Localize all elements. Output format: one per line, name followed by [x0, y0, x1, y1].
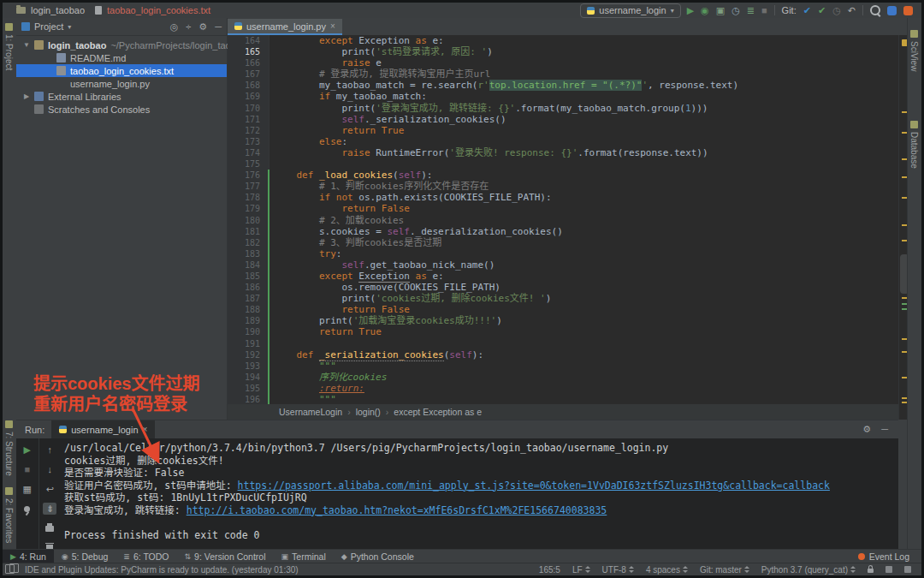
- run-button[interactable]: ▶: [687, 5, 694, 15]
- code-line-175[interactable]: 175: [228, 158, 898, 170]
- tree-chevron-icon[interactable]: ▶: [23, 92, 30, 100]
- screen-reader-icon[interactable]: [886, 566, 892, 573]
- toolwindow-button-9-version-control[interactable]: ⇅9: Version Control: [177, 550, 274, 563]
- code-line-177[interactable]: 177 # 1、判断cookies序列化文件是否存在: [228, 181, 898, 192]
- down-stack-trace-icon[interactable]: ↓: [43, 463, 56, 475]
- code-line-169[interactable]: 169 if my_taobao_match:: [228, 91, 898, 102]
- status-widget[interactable]: Git: master: [700, 565, 749, 575]
- code-line-187[interactable]: 187 print('cookies过期, 删除cookies文件! '): [228, 293, 898, 304]
- editor-tab[interactable]: username_login.py ×: [228, 19, 342, 35]
- code-line-173[interactable]: 173 else:: [228, 136, 898, 147]
- code-line-164[interactable]: 164 except Exception as e:: [228, 35, 898, 46]
- breadcrumb-item[interactable]: login(): [356, 407, 381, 417]
- breadcrumb-item[interactable]: UsernameLogin: [279, 407, 342, 417]
- event-log-button[interactable]: Event Log: [858, 551, 921, 562]
- rerun-button[interactable]: ▶: [21, 444, 34, 456]
- breadcrumb-project[interactable]: login_taobao: [31, 5, 85, 15]
- close-icon[interactable]: ×: [330, 21, 335, 31]
- gear-icon[interactable]: ⚙: [862, 424, 871, 435]
- code-line-182[interactable]: 182 # 3、判断cookies是否过期: [228, 237, 898, 248]
- run-console-output[interactable]: /usr/local/Cellar/python/3.7.4/bin/pytho…: [64, 442, 895, 552]
- code-line-178[interactable]: 178 if not os.path.exists(COOKIES_FILE_P…: [228, 192, 898, 203]
- code-line-167[interactable]: 167 # 登录成功, 提取跳转淘宝用户主页url: [228, 69, 898, 80]
- scroll-to-end-icon[interactable]: ⇟: [43, 503, 56, 515]
- plugin-icon-orange[interactable]: [903, 6, 913, 15]
- toolwindow-button-4-run[interactable]: ▶4: Run: [3, 550, 54, 563]
- gear-icon[interactable]: ⚙: [198, 21, 207, 33]
- toolwindow-toggle-icon[interactable]: [5, 564, 15, 574]
- breadcrumb-file[interactable]: taobao_login_cookies.txt: [107, 5, 210, 15]
- locate-icon[interactable]: ◎: [170, 21, 179, 33]
- tree-item-scratches-and-consoles[interactable]: Scratches and Consoles: [16, 103, 227, 116]
- code-line-168[interactable]: 168 my_taobao_match = re.search(r'top.lo…: [228, 80, 898, 91]
- code-line-183[interactable]: 183 try:: [228, 248, 898, 259]
- code-line-192[interactable]: 192 def _serialization_cookies(self):: [228, 349, 898, 361]
- code-line-179[interactable]: 179 return False: [228, 203, 898, 214]
- tool-button-database[interactable]: Database: [909, 121, 919, 169]
- hide-panel-icon[interactable]: ─: [881, 424, 888, 435]
- code-line-184[interactable]: 184 self.get_taobao_nick_name(): [228, 259, 898, 271]
- code-line-196[interactable]: 196 """: [228, 394, 898, 404]
- tool-button-sciview[interactable]: SciView: [909, 30, 919, 71]
- tree-item-taobao-login-cookies-txt[interactable]: taobao_login_cookies.txt: [16, 64, 227, 77]
- code-lines[interactable]: 164 except Exception as e:165 print('st码…: [228, 35, 898, 404]
- search-icon[interactable]: [870, 5, 880, 15]
- code-line-166[interactable]: 166 raise e: [228, 57, 898, 69]
- toolwindow-button-python-console[interactable]: ◆Python Console: [334, 550, 422, 563]
- tree-item-username-login-py[interactable]: username_login.py: [16, 77, 227, 90]
- debug-button[interactable]: ◉: [701, 5, 709, 15]
- profiler-button[interactable]: ◷: [732, 5, 740, 15]
- concurrency-button[interactable]: ≣: [747, 5, 755, 15]
- toolwindow-button-6-todo[interactable]: ≣6: TODO: [116, 550, 176, 563]
- collapse-all-icon[interactable]: ÷: [186, 21, 191, 33]
- tree-item-readme-md[interactable]: README.md: [16, 51, 227, 64]
- pin-icon[interactable]: [21, 503, 34, 515]
- status-widget[interactable]: 4 spaces: [646, 565, 688, 575]
- up-stack-trace-icon[interactable]: ↑: [43, 444, 56, 456]
- vcs-commit-button[interactable]: ✔: [818, 5, 826, 15]
- code-line-189[interactable]: 189 print('加载淘宝登录cookies成功!!!'): [228, 315, 898, 326]
- code-line-181[interactable]: 181 s.cookies = self._deserialization_co…: [228, 226, 898, 237]
- print-icon[interactable]: [43, 522, 56, 534]
- tool-button-project[interactable]: 1: Project: [4, 23, 14, 70]
- chevron-down-icon[interactable]: ▾: [68, 23, 71, 31]
- tree-chevron-icon[interactable]: ▼: [23, 41, 30, 49]
- hide-panel-icon[interactable]: ─: [215, 21, 222, 33]
- inspections-icon[interactable]: [904, 566, 911, 573]
- run-coverage-button[interactable]: ▣: [716, 5, 725, 15]
- stop-button[interactable]: ■: [761, 5, 767, 15]
- toolwindow-button-terminal[interactable]: ▣Terminal: [274, 550, 334, 563]
- vcs-rollback-button[interactable]: ↶: [848, 5, 856, 15]
- status-widget[interactable]: 165:5: [539, 565, 560, 575]
- stop-button[interactable]: ■: [21, 463, 34, 475]
- status-widget[interactable]: Python 3.7 (query_cat): [761, 565, 856, 575]
- lock-icon[interactable]: [868, 569, 874, 573]
- vcs-history-button[interactable]: ◷: [832, 5, 841, 15]
- restore-layout-icon[interactable]: ▦: [21, 483, 34, 495]
- tool-button-favorites[interactable]: 2: Favorites: [4, 487, 14, 543]
- tree-item-login-taobao[interactable]: ▼login_taobao ~/PycharmProjects/login_ta…: [16, 39, 227, 51]
- code-line-188[interactable]: 188 return False: [228, 304, 898, 315]
- soft-wrap-icon[interactable]: ↩: [43, 483, 56, 495]
- code-line-191[interactable]: 191: [228, 338, 898, 349]
- tool-button-structure[interactable]: 7: Structure: [4, 420, 14, 476]
- code-line-185[interactable]: 185 except Exception as e:: [228, 271, 898, 282]
- code-line-193[interactable]: 193 """: [228, 361, 898, 372]
- code-line-171[interactable]: 171 self._serialization_cookies(): [228, 114, 898, 125]
- status-widget[interactable]: UTF-8: [602, 565, 634, 575]
- code-line-180[interactable]: 180 # 2、加载cookies: [228, 215, 898, 226]
- status-message[interactable]: IDE and Plugin Updates: PyCharm is ready…: [3, 565, 299, 575]
- code-line-174[interactable]: 174 raise RuntimeError('登录失败! response: …: [228, 147, 898, 158]
- code-line-170[interactable]: 170 print('登录淘宝成功, 跳转链接: {}'.format(my_t…: [228, 103, 898, 114]
- code-line-194[interactable]: 194 序列化cookies: [228, 372, 898, 383]
- project-panel-title[interactable]: Project: [34, 21, 63, 32]
- toolwindow-button-5-debug[interactable]: ◉5: Debug: [54, 550, 116, 563]
- plugin-icon-blue[interactable]: [887, 6, 897, 15]
- console-link[interactable]: https://passport.alibaba.com/mini_apply_…: [238, 480, 830, 492]
- code-line-176[interactable]: 176 def _load_cookies(self):: [228, 170, 898, 181]
- code-line-195[interactable]: 195 :return:: [228, 383, 898, 394]
- code-line-165[interactable]: 165 print('st码登录请求, 原因: '): [228, 46, 898, 57]
- code-line-186[interactable]: 186 os.remove(COOKIES_FILE_PATH): [228, 282, 898, 293]
- breadcrumb-item[interactable]: except Exception as e: [394, 407, 482, 417]
- run-configuration-select[interactable]: username_login ▾: [580, 3, 680, 18]
